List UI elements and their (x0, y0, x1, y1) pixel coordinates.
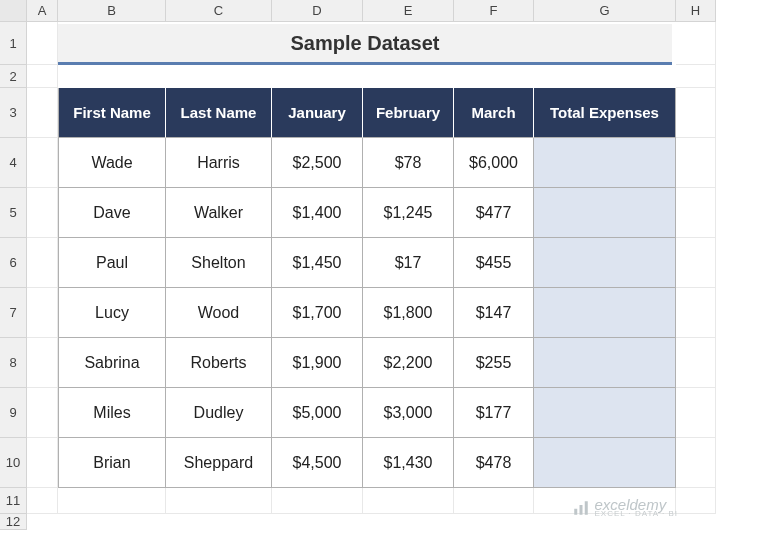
cell-first[interactable]: Paul (58, 238, 166, 288)
cell-row12-6[interactable] (363, 488, 454, 514)
cell-feb[interactable]: $2,200 (363, 338, 454, 388)
cell-A2[interactable] (27, 65, 58, 88)
cell-last[interactable]: Dudley (166, 388, 272, 438)
cell-first[interactable]: Miles (58, 388, 166, 438)
cell-H9[interactable] (676, 388, 716, 438)
cell-row12-3[interactable] (58, 488, 166, 514)
row-head-12[interactable]: 12 (0, 514, 27, 530)
cell-row12-5[interactable] (272, 488, 363, 514)
cell-A11[interactable] (27, 488, 58, 514)
cell-total[interactable] (534, 388, 676, 438)
cell-last[interactable]: Harris (166, 138, 272, 188)
cell-gap-3[interactable] (58, 65, 166, 88)
select-all-corner[interactable] (0, 0, 27, 22)
cell-A9[interactable] (27, 388, 58, 438)
cell-A8[interactable] (27, 338, 58, 388)
row-head-10[interactable]: 10 (0, 438, 27, 488)
cell-last[interactable]: Sheppard (166, 438, 272, 488)
cell-row12-7[interactable] (454, 488, 534, 514)
cell-A3[interactable] (27, 88, 58, 138)
cell-feb[interactable]: $1,430 (363, 438, 454, 488)
cell-last[interactable]: Shelton (166, 238, 272, 288)
cell-total[interactable] (534, 288, 676, 338)
cell-H5[interactable] (676, 188, 716, 238)
row-head-11[interactable]: 11 (0, 488, 27, 514)
col-head-C[interactable]: C (166, 0, 272, 22)
cell-total[interactable] (534, 188, 676, 238)
cell-gap-8[interactable] (534, 65, 676, 88)
cell-mar[interactable]: $6,000 (454, 138, 534, 188)
cell-jan[interactable]: $5,000 (272, 388, 363, 438)
cell-feb[interactable]: $3,000 (363, 388, 454, 438)
cell-gap-5[interactable] (272, 65, 363, 88)
row-head-2[interactable]: 2 (0, 65, 27, 88)
cell-total[interactable] (534, 238, 676, 288)
cell-mar[interactable]: $478 (454, 438, 534, 488)
dataset-title[interactable]: Sample Dataset (58, 24, 672, 65)
col-head-E[interactable]: E (363, 0, 454, 22)
cell-feb[interactable]: $17 (363, 238, 454, 288)
cell-H8[interactable] (676, 338, 716, 388)
header-march[interactable]: March (454, 88, 534, 138)
cell-first[interactable]: Brian (58, 438, 166, 488)
header-february[interactable]: February (363, 88, 454, 138)
cell-feb[interactable]: $1,245 (363, 188, 454, 238)
cell-gap-4[interactable] (166, 65, 272, 88)
col-head-B[interactable]: B (58, 0, 166, 22)
cell-H7[interactable] (676, 288, 716, 338)
cell-H11[interactable] (676, 488, 716, 514)
cell-first[interactable]: Sabrina (58, 338, 166, 388)
cell-jan[interactable]: $1,450 (272, 238, 363, 288)
cell-total[interactable] (534, 138, 676, 188)
row-head-7[interactable]: 7 (0, 288, 27, 338)
cell-feb[interactable]: $78 (363, 138, 454, 188)
cell-feb[interactable]: $1,800 (363, 288, 454, 338)
cell-H3[interactable] (676, 88, 716, 138)
cell-jan[interactable]: $4,500 (272, 438, 363, 488)
cell-A5[interactable] (27, 188, 58, 238)
cell-total[interactable] (534, 438, 676, 488)
cell-first[interactable]: Lucy (58, 288, 166, 338)
row-head-5[interactable]: 5 (0, 188, 27, 238)
cell-last[interactable]: Walker (166, 188, 272, 238)
cell-A10[interactable] (27, 438, 58, 488)
cell-first[interactable]: Dave (58, 188, 166, 238)
cell-H6[interactable] (676, 238, 716, 288)
cell-jan[interactable]: $2,500 (272, 138, 363, 188)
cell-mar[interactable]: $255 (454, 338, 534, 388)
cell-jan[interactable]: $1,700 (272, 288, 363, 338)
cell-jan[interactable]: $1,900 (272, 338, 363, 388)
col-head-G[interactable]: G (534, 0, 676, 22)
cell-H10[interactable] (676, 438, 716, 488)
cell-A4[interactable] (27, 138, 58, 188)
cell-total[interactable] (534, 338, 676, 388)
cell-row12-4[interactable] (166, 488, 272, 514)
cell-gap-7[interactable] (454, 65, 534, 88)
col-head-D[interactable]: D (272, 0, 363, 22)
header-january[interactable]: January (272, 88, 363, 138)
col-head-F[interactable]: F (454, 0, 534, 22)
cell-A7[interactable] (27, 288, 58, 338)
cell-last[interactable]: Roberts (166, 338, 272, 388)
row-head-6[interactable]: 6 (0, 238, 27, 288)
cell-mar[interactable]: $477 (454, 188, 534, 238)
cell-H4[interactable] (676, 138, 716, 188)
row-head-9[interactable]: 9 (0, 388, 27, 438)
row-head-1[interactable]: 1 (0, 22, 27, 65)
row-head-3[interactable]: 3 (0, 88, 27, 138)
header-first-name[interactable]: First Name (58, 88, 166, 138)
cell-mar[interactable]: $147 (454, 288, 534, 338)
cell-A6[interactable] (27, 238, 58, 288)
row-head-4[interactable]: 4 (0, 138, 27, 188)
cell-H2[interactable] (676, 65, 716, 88)
header-last-name[interactable]: Last Name (166, 88, 272, 138)
cell-jan[interactable]: $1,400 (272, 188, 363, 238)
cell-mar[interactable]: $455 (454, 238, 534, 288)
row-head-8[interactable]: 8 (0, 338, 27, 388)
header-total[interactable]: Total Expenses (534, 88, 676, 138)
cell-mar[interactable]: $177 (454, 388, 534, 438)
cell-gap-6[interactable] (363, 65, 454, 88)
cell-first[interactable]: Wade (58, 138, 166, 188)
cell-H1[interactable] (676, 22, 716, 65)
cell-A1[interactable] (27, 22, 58, 65)
